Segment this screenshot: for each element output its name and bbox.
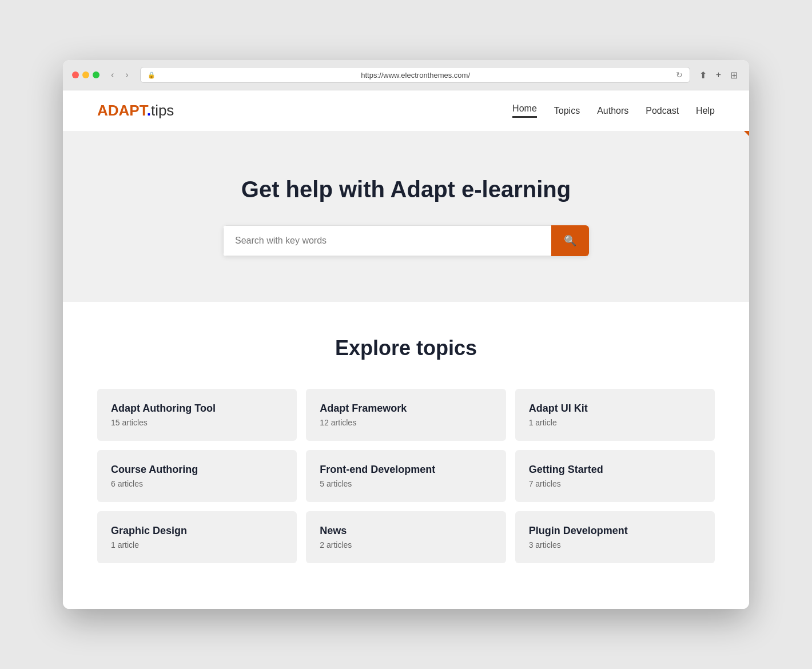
site-header: ADAPT.tips Home Topics Authors Podcast H… bbox=[63, 90, 749, 131]
topic-card[interactable]: Front-end Development5 articles bbox=[306, 450, 505, 502]
nav-podcast[interactable]: Podcast bbox=[646, 106, 679, 116]
grid-button[interactable]: ⊞ bbox=[728, 69, 740, 82]
logo[interactable]: ADAPT.tips bbox=[97, 102, 174, 120]
topics-title: Explore topics bbox=[97, 336, 715, 360]
nav-buttons: ‹ › bbox=[106, 67, 133, 82]
site-nav: Home Topics Authors Podcast Help bbox=[512, 103, 715, 118]
website-content: ⌥ 🌙 ADAPT.tips Home Topics Authors Podca… bbox=[63, 90, 749, 609]
topics-grid: Adapt Authoring Tool15 articlesAdapt Fra… bbox=[97, 389, 715, 563]
topic-card-name: News bbox=[320, 525, 492, 537]
topic-card-count: 3 articles bbox=[529, 540, 701, 549]
topic-card-count: 1 article bbox=[111, 540, 283, 549]
topic-card-name: Graphic Design bbox=[111, 525, 283, 537]
browser-chrome: ‹ › 🔒 https://www.electronthemes.com/ ↻ … bbox=[63, 60, 749, 90]
topic-card-count: 2 articles bbox=[320, 540, 492, 549]
topic-card[interactable]: Adapt UI Kit1 article bbox=[515, 389, 715, 441]
reload-button[interactable]: ↻ bbox=[676, 70, 683, 79]
topic-card-name: Front-end Development bbox=[320, 464, 492, 476]
browser-window: ‹ › 🔒 https://www.electronthemes.com/ ↻ … bbox=[63, 60, 749, 609]
url-text: https://www.electronthemes.com/ bbox=[159, 71, 672, 79]
topic-card-name: Adapt Framework bbox=[320, 403, 492, 415]
topic-card-name: Adapt Authoring Tool bbox=[111, 403, 283, 415]
logo-tips: tips bbox=[151, 102, 174, 119]
topics-section: Explore topics Adapt Authoring Tool15 ar… bbox=[63, 302, 749, 609]
hero-section: Get help with Adapt e-learning 🔍 bbox=[63, 131, 749, 302]
back-button[interactable]: ‹ bbox=[106, 67, 118, 82]
topic-card-count: 12 articles bbox=[320, 418, 492, 427]
forward-button[interactable]: › bbox=[121, 67, 133, 82]
topic-card-name: Plugin Development bbox=[529, 525, 701, 537]
close-button[interactable] bbox=[72, 71, 79, 78]
topic-card[interactable]: Adapt Framework12 articles bbox=[306, 389, 505, 441]
nav-help[interactable]: Help bbox=[696, 106, 715, 116]
topic-card-name: Getting Started bbox=[529, 464, 701, 476]
minimize-button[interactable] bbox=[82, 71, 89, 78]
maximize-button[interactable] bbox=[93, 71, 99, 78]
topic-card-count: 15 articles bbox=[111, 418, 283, 427]
topic-card-count: 5 articles bbox=[320, 479, 492, 488]
search-input[interactable] bbox=[223, 225, 551, 256]
topic-card[interactable]: Getting Started7 articles bbox=[515, 450, 715, 502]
topic-card[interactable]: Plugin Development3 articles bbox=[515, 511, 715, 563]
nav-topics[interactable]: Topics bbox=[554, 106, 580, 116]
address-bar[interactable]: 🔒 https://www.electronthemes.com/ ↻ bbox=[140, 67, 690, 83]
topic-card-name: Adapt UI Kit bbox=[529, 403, 701, 415]
topic-card-count: 7 articles bbox=[529, 479, 701, 488]
topic-card-count: 1 article bbox=[529, 418, 701, 427]
new-tab-button[interactable]: + bbox=[714, 69, 723, 82]
logo-adapt: ADAPT bbox=[97, 102, 147, 119]
traffic-lights bbox=[72, 71, 99, 78]
topic-card-count: 6 articles bbox=[111, 479, 283, 488]
share-button[interactable]: ⬆ bbox=[697, 69, 709, 82]
topic-card-name: Course Authoring bbox=[111, 464, 283, 476]
search-container: 🔍 bbox=[223, 225, 589, 256]
search-icon: 🔍 bbox=[564, 234, 576, 247]
nav-home[interactable]: Home bbox=[512, 103, 537, 118]
topic-card[interactable]: News2 articles bbox=[306, 511, 505, 563]
topic-card[interactable]: Adapt Authoring Tool15 articles bbox=[97, 389, 297, 441]
hero-title: Get help with Adapt e-learning bbox=[86, 177, 726, 202]
nav-authors[interactable]: Authors bbox=[597, 106, 628, 116]
topic-card[interactable]: Course Authoring6 articles bbox=[97, 450, 297, 502]
logo-dot: . bbox=[147, 102, 151, 119]
search-button[interactable]: 🔍 bbox=[551, 225, 589, 256]
topic-card[interactable]: Graphic Design1 article bbox=[97, 511, 297, 563]
lock-icon: 🔒 bbox=[148, 71, 156, 79]
browser-actions: ⬆ + ⊞ bbox=[697, 69, 740, 82]
